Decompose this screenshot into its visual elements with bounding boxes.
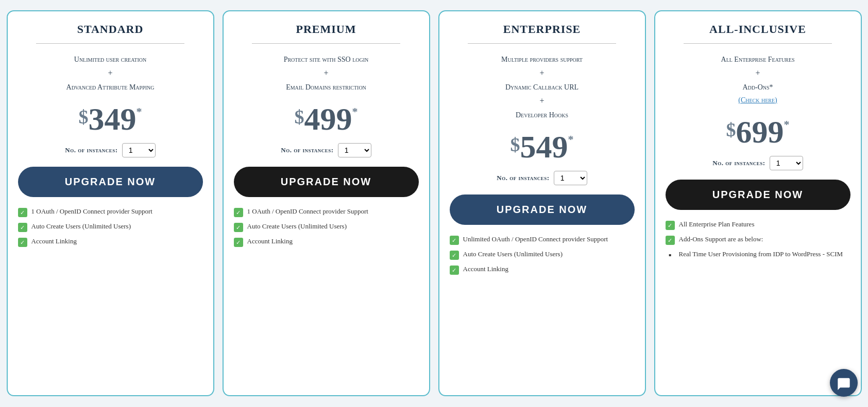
plan-card-premium: PREMIUMProtect site with SSO login+Email… xyxy=(223,10,430,396)
check-icon: ✓ xyxy=(234,208,243,217)
upgrade-btn-standard[interactable]: UPGRADE NOW xyxy=(18,167,203,197)
plan-title-standard: STANDARD xyxy=(77,23,144,36)
plan-price-allinclusive: $699* xyxy=(726,116,790,148)
list-item: ✓Auto Create Users (Unlimited Users) xyxy=(234,222,419,232)
feature-text: Auto Create Users (Unlimited Users) xyxy=(247,222,347,231)
list-item: ✓All Enterprise Plan Features xyxy=(666,220,850,230)
bullet-icon: ▪ xyxy=(666,251,675,260)
instances-row-standard: No. of instances:12345 xyxy=(65,143,155,157)
plan-card-allinclusive: ALL-INCLUSIVEAll Enterprise Features+Add… xyxy=(654,10,862,396)
check-icon: ✓ xyxy=(18,238,27,247)
instances-select-enterprise[interactable]: 12345 xyxy=(554,171,587,185)
list-item: ▪Real Time User Provisioning from IDP to… xyxy=(666,250,850,260)
plan-price-standard: $349* xyxy=(79,103,142,135)
list-item: ✓Account Linking xyxy=(18,237,203,247)
feature-text: Account Linking xyxy=(463,265,508,273)
features-list-allinclusive: ✓All Enterprise Plan Features✓Add-Ons Su… xyxy=(666,220,850,260)
check-icon: ✓ xyxy=(18,223,27,232)
feature-text: 1 OAuth / OpenID Connect provider Suppor… xyxy=(247,207,368,216)
feature-text: Auto Create Users (Unlimited Users) xyxy=(31,222,131,231)
instances-select-standard[interactable]: 12345 xyxy=(122,143,156,157)
check-icon: ✓ xyxy=(450,266,459,275)
divider-enterprise xyxy=(468,43,616,44)
list-item: ✓1 OAuth / OpenID Connect provider Suppo… xyxy=(18,207,203,217)
feature-text: Auto Create Users (Unlimited Users) xyxy=(463,250,563,258)
feature-text: Unlimited OAuth / OpenID Connect provide… xyxy=(463,235,608,243)
plan-features-desc-standard: Unlimited user creation+Advanced Attribu… xyxy=(66,53,155,94)
plan-price-premium: $499* xyxy=(295,103,358,135)
price-dollar-premium: $ xyxy=(295,107,304,127)
check-icon: ✓ xyxy=(234,238,243,247)
price-asterisk-standard: * xyxy=(137,106,142,117)
price-dollar-allinclusive: $ xyxy=(726,120,736,139)
check-icon: ✓ xyxy=(450,236,459,245)
instances-row-allinclusive: No. of instances:12345 xyxy=(712,156,803,170)
upgrade-btn-premium[interactable]: UPGRADE NOW xyxy=(234,167,419,197)
check-icon: ✓ xyxy=(18,208,27,217)
instances-row-premium: No. of instances:12345 xyxy=(281,143,371,157)
list-item: ✓Unlimited OAuth / OpenID Connect provid… xyxy=(450,235,635,245)
plan-title-allinclusive: ALL-INCLUSIVE xyxy=(709,23,806,36)
plan-features-desc-enterprise: Multiple providers support+Dynamic Callb… xyxy=(501,53,583,121)
instances-label-allinclusive: No. of instances: xyxy=(712,159,765,167)
price-dollar-standard: $ xyxy=(79,107,89,127)
price-asterisk-enterprise: * xyxy=(568,134,574,145)
feature-text: All Enterprise Plan Features xyxy=(679,220,755,228)
plan-title-enterprise: ENTERPRISE xyxy=(503,23,581,36)
price-amount-standard: 349 xyxy=(89,103,137,135)
instances-row-enterprise: No. of instances:12345 xyxy=(497,171,587,185)
list-item: ✓Auto Create Users (Unlimited Users) xyxy=(450,250,635,260)
price-amount-allinclusive: 699 xyxy=(736,116,784,148)
chat-bubble[interactable] xyxy=(830,369,858,397)
price-asterisk-premium: * xyxy=(352,106,358,117)
feature-text: 1 OAuth / OpenID Connect provider Suppor… xyxy=(31,207,152,216)
divider-premium xyxy=(252,43,400,44)
check-icon: ✓ xyxy=(450,251,459,260)
plan-price-enterprise: $549* xyxy=(510,131,574,163)
price-asterisk-allinclusive: * xyxy=(784,119,790,130)
check-icon: ✓ xyxy=(666,221,675,230)
plan-features-desc-allinclusive: All Enterprise Features+Add-Ons*(Check h… xyxy=(721,53,795,107)
list-item: ✓Account Linking xyxy=(234,237,419,247)
plan-title-premium: PREMIUM xyxy=(296,23,356,36)
features-list-premium: ✓1 OAuth / OpenID Connect provider Suppo… xyxy=(234,207,419,247)
check-here-link-allinclusive[interactable]: (Check here) xyxy=(738,96,777,104)
list-item: ✓Auto Create Users (Unlimited Users) xyxy=(18,222,203,232)
instances-select-premium[interactable]: 12345 xyxy=(338,143,371,157)
divider-standard xyxy=(36,43,184,44)
list-item: ✓Add-Ons Support are as below: xyxy=(666,235,850,245)
plan-card-enterprise: ENTERPRISEMultiple providers support+Dyn… xyxy=(438,10,646,396)
plan-card-standard: STANDARDUnlimited user creation+Advanced… xyxy=(7,10,214,396)
instances-label-premium: No. of instances: xyxy=(281,146,333,154)
feature-text: Account Linking xyxy=(31,237,77,245)
features-list-standard: ✓1 OAuth / OpenID Connect provider Suppo… xyxy=(18,207,203,247)
instances-label-enterprise: No. of instances: xyxy=(497,174,549,182)
price-amount-premium: 499 xyxy=(304,103,352,135)
plan-features-desc-premium: Protect site with SSO login+Email Domain… xyxy=(284,53,369,94)
feature-text: Add-Ons Support are as below: xyxy=(679,235,763,243)
price-dollar-enterprise: $ xyxy=(510,135,520,154)
feature-text: Real Time User Provisioning from IDP to … xyxy=(679,250,843,258)
features-list-enterprise: ✓Unlimited OAuth / OpenID Connect provid… xyxy=(450,235,635,275)
instances-label-standard: No. of instances: xyxy=(65,146,117,154)
list-item: ✓1 OAuth / OpenID Connect provider Suppo… xyxy=(234,207,419,217)
pricing-grid: STANDARDUnlimited user creation+Advanced… xyxy=(7,10,862,396)
feature-text: Account Linking xyxy=(247,237,293,245)
upgrade-btn-enterprise[interactable]: UPGRADE NOW xyxy=(450,194,635,225)
list-item: ✓Account Linking xyxy=(450,265,635,275)
check-icon: ✓ xyxy=(234,223,243,232)
instances-select-allinclusive[interactable]: 12345 xyxy=(770,156,803,170)
price-amount-enterprise: 549 xyxy=(520,131,568,163)
divider-allinclusive xyxy=(684,43,831,44)
check-icon: ✓ xyxy=(666,236,675,245)
upgrade-btn-allinclusive[interactable]: UPGRADE NOW xyxy=(666,180,850,210)
